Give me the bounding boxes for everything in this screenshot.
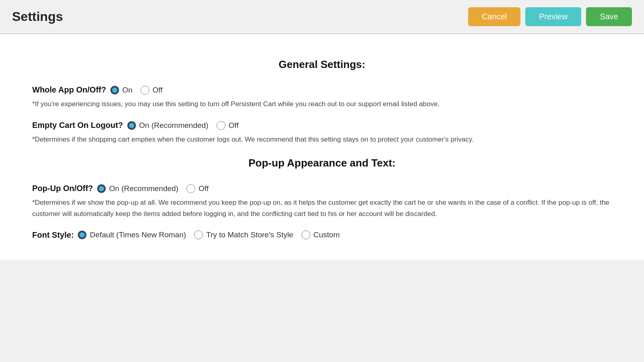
font-style-label-row: Font Style: Default (Times New Roman) Tr…	[32, 230, 612, 240]
font-style-setting: Font Style: Default (Times New Roman) Tr…	[32, 230, 612, 240]
empty-cart-on-option[interactable]: On (Recommended)	[127, 121, 208, 130]
empty-cart-off-option[interactable]: Off	[217, 121, 239, 130]
empty-cart-off-label: Off	[229, 121, 239, 130]
whole-app-radio-group: On Off	[110, 86, 163, 95]
whole-app-setting: Whole App On/Off? On Off *If you're expe…	[32, 85, 612, 109]
popup-on-radio[interactable]	[97, 184, 106, 193]
font-custom-label: Custom	[314, 230, 340, 239]
font-match-label: Try to Match Store's Style	[206, 230, 293, 239]
whole-app-on-option[interactable]: On	[110, 86, 132, 95]
content: General Settings: Whole App On/Off? On O…	[0, 34, 644, 260]
popup-off-option[interactable]: Off	[186, 184, 208, 193]
whole-app-label: Whole App On/Off?	[32, 85, 106, 95]
popup-toggle-description: *Determines if we show the pop-up at all…	[32, 197, 612, 219]
whole-app-off-label: Off	[153, 86, 163, 95]
font-default-label: Default (Times New Roman)	[90, 230, 186, 239]
font-custom-option[interactable]: Custom	[301, 230, 340, 239]
empty-cart-radio-group: On (Recommended) Off	[127, 121, 239, 130]
popup-off-label: Off	[198, 184, 208, 193]
font-style-radio-group: Default (Times New Roman) Try to Match S…	[78, 230, 340, 239]
whole-app-off-radio[interactable]	[140, 86, 149, 95]
header: Settings Cancel Preview Save	[0, 0, 644, 34]
empty-cart-on-label: On (Recommended)	[139, 121, 208, 130]
whole-app-label-row: Whole App On/Off? On Off	[32, 85, 612, 95]
whole-app-on-label: On	[122, 86, 132, 95]
popup-toggle-label-row: Pop-Up On/Off? On (Recommended) Off	[32, 184, 612, 193]
whole-app-off-option[interactable]: Off	[140, 86, 163, 95]
empty-cart-description: *Determines if the shopping cart empties…	[32, 134, 612, 145]
popup-off-radio[interactable]	[186, 184, 195, 193]
empty-cart-off-radio[interactable]	[217, 121, 225, 130]
empty-cart-setting: Empty Cart On Logout? On (Recommended) O…	[32, 121, 612, 145]
popup-on-label: On (Recommended)	[109, 184, 178, 193]
save-button[interactable]: Save	[586, 7, 632, 26]
empty-cart-label-row: Empty Cart On Logout? On (Recommended) O…	[32, 121, 612, 130]
font-default-radio[interactable]	[78, 230, 87, 239]
popup-toggle-setting: Pop-Up On/Off? On (Recommended) Off *Det…	[32, 184, 612, 219]
header-buttons: Cancel Preview Save	[468, 7, 632, 26]
preview-button[interactable]: Preview	[525, 7, 581, 26]
popup-toggle-label: Pop-Up On/Off?	[32, 184, 93, 193]
font-match-option[interactable]: Try to Match Store's Style	[194, 230, 293, 239]
font-style-label: Font Style:	[32, 230, 74, 240]
page-title: Settings	[12, 9, 63, 24]
popup-settings-title: Pop-up Appearance and Text:	[32, 157, 612, 169]
font-default-option[interactable]: Default (Times New Roman)	[78, 230, 186, 239]
whole-app-on-radio[interactable]	[110, 86, 119, 95]
cancel-button[interactable]: Cancel	[468, 7, 520, 26]
empty-cart-label: Empty Cart On Logout?	[32, 121, 123, 130]
empty-cart-on-radio[interactable]	[127, 121, 136, 130]
font-custom-radio[interactable]	[301, 230, 310, 239]
popup-toggle-radio-group: On (Recommended) Off	[97, 184, 208, 193]
font-match-radio[interactable]	[194, 230, 203, 239]
whole-app-description: *If you're experiencing issues, you may …	[32, 99, 612, 109]
general-settings-title: General Settings:	[32, 58, 612, 71]
popup-on-option[interactable]: On (Recommended)	[97, 184, 178, 193]
